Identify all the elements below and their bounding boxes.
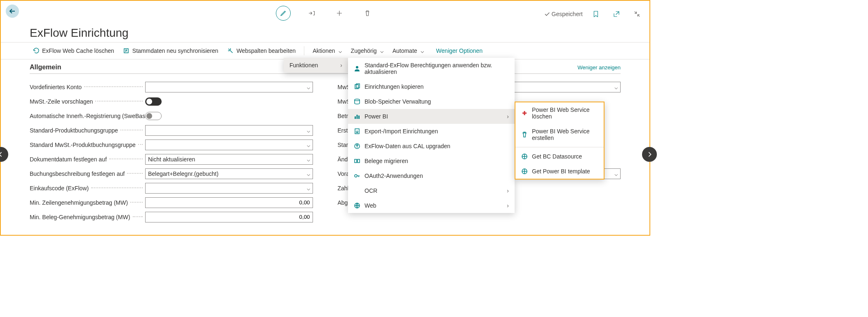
refresh-icon [33,47,40,54]
action-label: Stammdaten neu synchronisieren [132,47,219,54]
action-label: Aktionen [313,47,335,54]
menu-oauth[interactable]: OAuth2-Anwendungen [348,168,515,183]
chevron-down-icon: ⌵ [614,84,618,90]
menu-powerbi[interactable]: Power BI › [348,109,515,124]
label-auto-innerh: Automatische Innerh.-Registrierung (SweB… [30,113,145,119]
action-label: ExFlow Web Cache löschen [42,47,114,54]
edit-icon[interactable] [276,6,291,21]
actions-submenu: Funktionen › [284,58,348,73]
chevron-down-icon: ⌵ [307,84,310,90]
std-vat-prod-dropdown[interactable]: ⌵ [145,140,313,150]
key-icon [354,173,360,179]
menu-web[interactable]: Web › [348,198,515,213]
clear-cache-action[interactable]: ExFlow Web Cache löschen [30,45,118,57]
std-prod-dropdown[interactable]: ⌵ [145,125,313,136]
chevron-down-icon: ⌵ [339,47,342,54]
chevron-down-icon: ⌵ [614,170,618,177]
section-title: Allgemein [30,64,61,71]
storage-icon [354,98,360,105]
plus-icon [521,110,528,116]
auto-innerh-toggle[interactable] [145,112,162,120]
menu-export-import[interactable]: Export-/Import Einrichtungen [348,124,515,139]
funktionen-submenu: Standard-ExFlow Berechtigungen anwenden … [348,58,515,213]
chevron-down-icon: ⌵ [307,185,310,192]
menu-get-template[interactable]: Get Power BI template [515,164,604,179]
globe-icon [521,153,528,160]
share-icon[interactable] [304,6,319,21]
action-label: Webspalten bearbeiten [236,47,296,54]
menu-cal-upgrade[interactable]: ExFlow-Daten aus CAL upgraden [348,139,515,154]
menu-standard-perm[interactable]: Standard-ExFlow Berechtigungen anwenden … [348,58,515,79]
powerbi-submenu: Power BI Web Service löschen Power BI We… [515,102,605,180]
chevron-right-icon: › [340,62,342,69]
divider [304,46,304,55]
min-line-input[interactable] [145,197,313,208]
new-icon[interactable] [332,6,347,21]
collapse-icon[interactable] [630,7,645,21]
svg-rect-10 [355,159,357,163]
predef-account-dropdown[interactable]: ⌵ [145,82,313,92]
svg-point-4 [355,99,360,101]
upgrade-icon [354,143,360,149]
min-doc-input[interactable] [145,212,313,222]
label-std-vat-prod: Standard MwSt.-Produktbuchungsgruppe [30,142,145,148]
back-button[interactable] [6,5,19,18]
label-min-doc: Min. Beleg-Genehmigungsbetrag (MW) [30,214,145,220]
label-purchase-code: Einkaufscode (ExFlow) [30,185,145,192]
chevron-down-icon: ⌵ [307,142,310,148]
action-label: Automate [393,47,417,54]
web-icon [354,202,360,209]
menu-create-ws[interactable]: Power BI Web Service erstellen [515,124,604,145]
svg-rect-6 [357,115,358,119]
chevron-right-icon: › [507,113,509,120]
menu-migrate[interactable]: Belege migrieren [348,154,515,168]
menu-ocr[interactable]: OCR › [348,183,515,198]
chevron-down-icon: ⌵ [421,47,424,54]
bookmark-icon[interactable] [588,7,603,21]
copy-icon [354,83,360,90]
purchase-code-dropdown[interactable]: ⌵ [145,183,313,194]
trash-icon [521,131,528,138]
export-icon [354,128,360,135]
doc-date-dropdown[interactable]: Nicht aktualisieren⌵ [145,154,313,165]
chevron-right-icon: › [507,202,509,209]
page-title: ExFlow Einrichtung [1,21,649,42]
actions-menu-trigger[interactable]: Aktionen ⌵ [309,45,345,57]
globe-icon [521,168,528,175]
posting-desc-dropdown[interactable]: Belegart+Belegnr.(gebucht)⌵ [145,168,313,179]
related-menu-trigger[interactable]: Zugehörig ⌵ [348,45,387,57]
svg-rect-7 [358,116,360,119]
menu-get-bc[interactable]: Get BC Datasource [515,149,604,164]
label-doc-date: Dokumentdatum festlegen auf [30,156,145,163]
suggest-vat-toggle[interactable] [145,97,162,106]
delete-icon[interactable] [360,6,375,21]
chevron-down-icon: ⌵ [307,170,310,177]
label-predef-account: Vordefiniertes Konto [30,84,145,90]
svg-rect-5 [355,116,356,119]
popout-icon[interactable] [609,7,624,21]
automate-menu-trigger[interactable]: Automate ⌵ [389,45,427,57]
chevron-down-icon: ⌵ [307,127,310,134]
saved-indicator: Gespeichert [544,11,583,17]
chart-icon [354,113,360,120]
label-suggest-vat: MwSt.-Zeile vorschlagen [30,98,145,105]
label-posting-desc: Buchungsbeschreibung festlegen auf [30,170,145,177]
svg-rect-11 [358,159,360,163]
chevron-down-icon: ⌵ [380,47,383,54]
menu-copy-setup[interactable]: Einrichtungen kopieren [348,79,515,94]
svg-point-1 [356,66,358,69]
action-label: Weniger Optionen [436,47,483,54]
menu-blob[interactable]: Blob-Speicher Verwaltung [348,94,515,109]
sync-icon [123,47,130,54]
fewer-options[interactable]: Weniger Optionen [433,45,486,57]
label-min-line: Min. Zeilengenehmigungsbetrag (MW) [30,199,145,206]
user-icon [354,65,360,72]
chevron-right-icon: › [507,187,509,194]
menu-delete-ws[interactable]: Power BI Web Service löschen [515,102,604,124]
menu-separator [515,147,604,147]
resync-action[interactable]: Stammdaten neu synchronisieren [120,45,222,57]
menu-funktionen[interactable]: Funktionen › [284,58,348,73]
show-less-link[interactable]: Weniger anzeigen [577,64,621,71]
edit-cols-action[interactable]: Webspalten bearbeiten [224,45,299,57]
saved-label: Gespeichert [552,11,583,17]
